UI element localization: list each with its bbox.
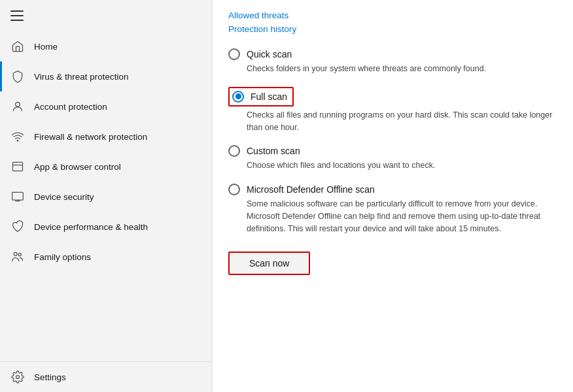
gear-icon: [10, 370, 25, 384]
sidebar-item-home[interactable]: Home: [0, 31, 212, 61]
svg-point-0: [16, 102, 20, 106]
quick-scan-label: Quick scan: [247, 49, 292, 59]
wifi-icon: [10, 129, 25, 144]
sidebar-item-browser[interactable]: App & browser control: [0, 152, 212, 182]
family-icon: [10, 250, 25, 264]
sidebar-item-account[interactable]: Account protection: [0, 91, 212, 122]
quick-scan-option: Quick scan Checks folders in your system…: [228, 48, 557, 75]
sidebar-item-browser-label: App & browser control: [34, 162, 121, 172]
svg-rect-2: [13, 162, 23, 171]
sidebar-item-virus[interactable]: Virus & threat protection: [0, 61, 212, 91]
full-scan-radio[interactable]: [232, 91, 244, 103]
offline-scan-description: Some malicious software can be particula…: [247, 198, 557, 235]
sidebar-item-device-health-label: Device performance & health: [34, 222, 148, 232]
home-icon: [10, 39, 25, 54]
nav-bottom: Settings: [0, 361, 212, 392]
main-content: Allowed threats Protection history Quick…: [213, 0, 573, 392]
desktop-icon: [10, 189, 25, 204]
sidebar-item-settings[interactable]: Settings: [0, 362, 212, 392]
hamburger-menu-icon[interactable]: [10, 9, 24, 22]
svg-point-8: [18, 253, 21, 256]
scan-now-button[interactable]: Scan now: [228, 252, 310, 275]
person-icon: [10, 99, 25, 114]
svg-rect-4: [12, 192, 24, 200]
heart-icon: [10, 220, 25, 234]
offline-scan-radio[interactable]: [228, 184, 240, 195]
sidebar-item-virus-label: Virus & threat protection: [34, 72, 129, 82]
links-section: Allowed threats Protection history: [228, 10, 557, 38]
custom-scan-radio[interactable]: [228, 145, 240, 157]
nav-items: Home Virus & threat protection Account p…: [0, 31, 212, 361]
offline-scan-label: Microsoft Defender Offline scan: [247, 184, 375, 195]
scan-options: Quick scan Checks folders in your system…: [228, 48, 557, 376]
sidebar-item-family-label: Family options: [34, 252, 91, 262]
svg-point-1: [17, 140, 18, 141]
sidebar-item-device-health[interactable]: Device performance & health: [0, 212, 212, 242]
sidebar-item-family[interactable]: Family options: [0, 242, 212, 272]
svg-point-9: [16, 376, 20, 379]
sidebar-item-settings-label: Settings: [34, 372, 66, 382]
full-scan-description: Checks all files and running programs on…: [247, 109, 557, 134]
full-scan-label: Full scan: [251, 91, 287, 102]
shield-icon: [10, 69, 25, 84]
quick-scan-radio[interactable]: [228, 48, 240, 60]
quick-scan-description: Checks folders in your system where thre…: [247, 63, 557, 75]
offline-scan-header[interactable]: Microsoft Defender Offline scan: [228, 184, 557, 195]
protection-history-link[interactable]: Protection history: [228, 24, 557, 34]
sidebar-item-device-security-label: Device security: [34, 192, 94, 202]
sidebar-item-home-label: Home: [34, 42, 58, 52]
sidebar-item-device-security[interactable]: Device security: [0, 182, 212, 212]
svg-point-7: [14, 252, 17, 255]
sidebar-item-account-label: Account protection: [34, 102, 107, 112]
custom-scan-header[interactable]: Custom scan: [228, 145, 557, 157]
full-scan-option: Full scan Checks all files and running p…: [228, 87, 557, 134]
allowed-threats-link[interactable]: Allowed threats: [228, 10, 557, 20]
quick-scan-header[interactable]: Quick scan: [228, 48, 557, 60]
custom-scan-description: Choose which files and locations you wan…: [247, 159, 557, 172]
full-scan-header[interactable]: Full scan: [228, 87, 294, 106]
sidebar: Home Virus & threat protection Account p…: [0, 0, 213, 392]
custom-scan-option: Custom scan Choose which files and locat…: [228, 145, 557, 172]
sidebar-item-firewall-label: Firewall & network protection: [34, 132, 147, 142]
offline-scan-option: Microsoft Defender Offline scan Some mal…: [228, 184, 557, 235]
sidebar-header: [0, 0, 212, 31]
custom-scan-label: Custom scan: [247, 146, 300, 156]
sidebar-item-firewall[interactable]: Firewall & network protection: [0, 122, 212, 152]
browser-icon: [10, 159, 25, 174]
